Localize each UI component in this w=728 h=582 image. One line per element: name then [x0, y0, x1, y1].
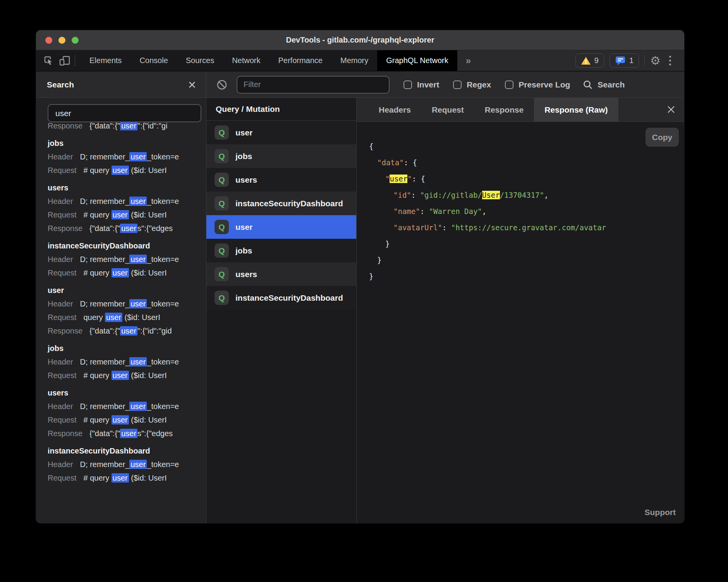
detail-tab-request[interactable]: Request: [421, 98, 474, 122]
result-line[interactable]: HeaderD; remember_user_token=e: [48, 401, 206, 411]
inspect-element-icon[interactable]: [43, 55, 55, 67]
devtools-window: DevTools - gitlab.com/-/graphql-explorer…: [36, 30, 684, 523]
result-line[interactable]: Request# query user ($id: UserI: [48, 415, 206, 425]
tab-console[interactable]: Console: [130, 50, 177, 71]
detail-tab-response[interactable]: Response: [474, 98, 534, 122]
json-token: "Warren Day": [429, 207, 482, 216]
window-title: DevTools - gitlab.com/-/graphql-explorer: [286, 36, 434, 45]
result-line-text: D; remember_user_token=e: [80, 402, 179, 411]
query-row-label: users: [235, 270, 257, 279]
result-line[interactable]: HeaderD; remember_user_token=e: [48, 254, 206, 264]
close-detail-panel-icon[interactable]: [666, 105, 676, 114]
json-token: {: [421, 175, 425, 183]
result-line[interactable]: HeaderD; remember_user_token=e: [48, 152, 206, 162]
checkbox-regex[interactable]: Regex: [453, 80, 491, 89]
search-term-highlight: user: [105, 313, 122, 322]
result-group-title[interactable]: users: [48, 183, 206, 193]
zoom-window-button[interactable]: [72, 37, 79, 44]
query-row[interactable]: Qjobs: [206, 144, 356, 168]
warnings-badge[interactable]: 9: [575, 53, 604, 68]
filter-input[interactable]: [237, 76, 390, 94]
search-term-highlight: user: [129, 299, 147, 308]
query-row[interactable]: QinstanceSecurityDashboard: [206, 192, 356, 215]
detail-tab-headers[interactable]: Headers: [368, 98, 421, 122]
tab-graphql-network[interactable]: GraphQL Network: [377, 50, 457, 71]
settings-gear-icon[interactable]: ⚙: [650, 55, 661, 67]
query-row[interactable]: QinstanceSecurityDashboard: [206, 286, 356, 310]
result-line[interactable]: HeaderD; remember_user_token=e: [48, 459, 206, 469]
result-group-title[interactable]: user: [48, 285, 206, 295]
json-line: {: [369, 138, 684, 154]
messages-badge[interactable]: 1: [610, 53, 639, 68]
result-group-title[interactable]: instanceSecurityDashboard: [48, 446, 206, 456]
query-type-badge: Q: [215, 173, 229, 187]
result-line[interactable]: Request# query user ($id: UserI: [48, 210, 206, 220]
result-line-label: Response: [48, 429, 82, 438]
query-row[interactable]: Qjobs: [206, 239, 356, 262]
search-panel-header: Search: [36, 72, 206, 98]
result-line[interactable]: Response{"data":{"user":{"id":"gi: [48, 122, 206, 131]
more-tabs-button[interactable]: »: [457, 50, 479, 71]
result-line[interactable]: Response{"data":{"user":{"id":"gid: [48, 326, 206, 336]
query-row[interactable]: Quser: [206, 121, 356, 144]
result-group-title[interactable]: jobs: [48, 138, 206, 148]
tab-performance[interactable]: Performance: [270, 50, 332, 71]
result-line[interactable]: Request# query user ($id: UserI: [48, 473, 206, 483]
main-content: Response{"data":{"user":{"id":"gijobsHea…: [36, 98, 684, 523]
checkbox-box[interactable]: [403, 80, 412, 89]
result-line[interactable]: HeaderD; remember_user_token=e: [48, 299, 206, 309]
clear-requests-icon[interactable]: [216, 79, 228, 91]
result-line[interactable]: HeaderD; remember_user_token=e: [48, 196, 206, 206]
search-term-highlight: user: [120, 224, 137, 233]
result-line-label: Header: [48, 255, 73, 264]
toolbar-icons: [36, 50, 81, 71]
result-line[interactable]: HeaderD; remember_user_token=e: [48, 357, 206, 367]
result-line[interactable]: Request# query user ($id: UserI: [48, 370, 206, 380]
checkbox-invert[interactable]: Invert: [403, 80, 439, 89]
close-search-panel-icon[interactable]: [188, 81, 196, 89]
result-line[interactable]: Response{"data":{"users":{"edges: [48, 428, 206, 438]
query-type-badge: Q: [215, 291, 229, 305]
query-row-label: user: [235, 128, 252, 137]
tab-network[interactable]: Network: [223, 50, 269, 71]
query-row-label: user: [235, 223, 252, 232]
warnings-count: 9: [594, 56, 599, 65]
tab-sources[interactable]: Sources: [177, 50, 223, 71]
device-toolbar-icon[interactable]: [58, 55, 71, 67]
result-line[interactable]: Request# query user ($id: UserI: [48, 165, 206, 175]
search-term-highlight: user: [112, 415, 129, 425]
minimize-window-button[interactable]: [58, 37, 65, 44]
result-line-text: D; remember_user_token=e: [80, 197, 179, 206]
query-row[interactable]: Qusers: [206, 262, 356, 286]
checkbox-box[interactable]: [505, 80, 513, 89]
query-row[interactable]: Quser: [206, 215, 356, 239]
search-control[interactable]: Search: [583, 80, 625, 90]
support-link[interactable]: Support: [645, 508, 676, 517]
query-row-label: instanceSecurityDashboard: [235, 199, 343, 208]
kebab-menu-icon[interactable]: [666, 56, 674, 65]
result-line[interactable]: Response{"data":{"users":{"edges: [48, 223, 206, 233]
response-raw-json[interactable]: {"data": {"user": {"id": "gid://gitlab/U…: [369, 138, 684, 284]
search-term-highlight: user: [112, 268, 129, 277]
result-group-title[interactable]: users: [48, 388, 206, 398]
checkbox-box[interactable]: [453, 80, 462, 89]
search-results-list[interactable]: Response{"data":{"user":{"id":"gijobsHea…: [36, 122, 206, 523]
search-input[interactable]: [48, 104, 201, 122]
detail-panel: HeadersRequestResponseResponse (Raw) Cop…: [357, 98, 684, 523]
json-token: ": [385, 175, 390, 183]
result-line[interactable]: Requestquery user ($id: UserI: [48, 312, 206, 322]
result-group-title[interactable]: jobs: [48, 343, 206, 353]
result-line[interactable]: Request# query user ($id: UserI: [48, 268, 206, 278]
tab-elements[interactable]: Elements: [81, 50, 130, 71]
result-line-text: D; remember_user_token=e: [80, 255, 179, 264]
checkbox-preserve-log[interactable]: Preserve Log: [505, 80, 570, 89]
warning-icon: [581, 56, 591, 65]
tab-memory[interactable]: Memory: [331, 50, 377, 71]
query-row[interactable]: Qusers: [206, 168, 356, 192]
result-group-title[interactable]: instanceSecurityDashboard: [48, 241, 206, 251]
query-row-label: jobs: [235, 246, 252, 255]
result-line-label: Request: [48, 211, 77, 219]
close-window-button[interactable]: [45, 37, 52, 44]
result-line-text: {"data":{"users":{"edges: [89, 429, 173, 438]
detail-tab-response-raw-[interactable]: Response (Raw): [534, 98, 618, 122]
